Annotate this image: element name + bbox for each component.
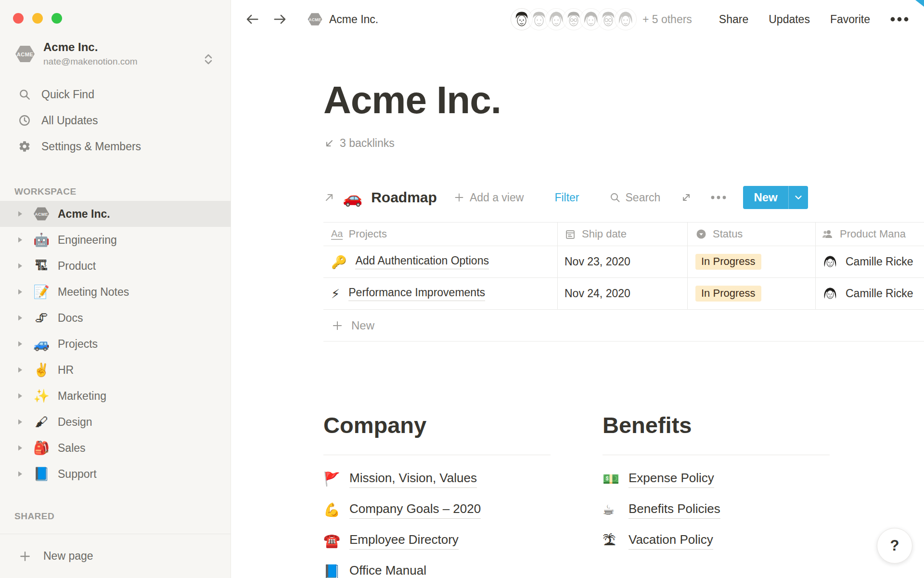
page-link-employee-directory[interactable]: ☎️ Employee Directory [323,525,459,556]
sidebar-page-sales[interactable]: 🎒 Sales [0,435,231,461]
page-link-label: Product [58,260,96,273]
open-as-page-icon[interactable] [323,192,335,203]
collaborator-avatar[interactable] [615,8,637,30]
add-view-button[interactable]: Add a view [453,191,524,204]
column-header-ship-date[interactable]: Ship date [558,223,688,246]
sidebar-menu: Quick Find All Updates Settings & Member… [0,81,231,159]
updates-button[interactable]: Updates [769,13,810,26]
backlinks-button[interactable]: 3 backlinks [323,137,395,150]
collaborator-cursor-flag [911,0,924,8]
shared-section-header[interactable]: SHARED [14,511,231,522]
sidebar-page-marketing[interactable]: ✨ Marketing [0,383,231,409]
sidebar-page-product[interactable]: 🏗 Product [0,253,231,279]
arrow-down-left-icon [323,138,335,149]
table-new-row-button[interactable]: New [323,310,924,342]
workspace-switcher[interactable]: ACME Acme Inc. nate@makenotion.com [0,37,231,71]
sidebar-page-acme-inc[interactable]: ACME Acme Inc. [0,201,231,227]
page-emoji: 📘 [323,565,345,578]
others-count-label[interactable]: + 5 others [642,13,692,26]
sidebar-page-meeting-notes[interactable]: 📝 Meeting Notes [0,279,231,305]
ship-date-cell[interactable]: Nov 24, 2020 [558,278,688,309]
page-emoji: ⚡ [331,288,340,300]
new-record-split-button[interactable]: New [743,186,808,209]
main-area: ACME Acme Inc. [231,0,924,578]
page-emoji: 🎒 [32,442,51,455]
disclosure-triangle-icon[interactable] [16,392,24,400]
page-link-company-goals[interactable]: 💪 Company Goals – 2020 [323,495,481,525]
disclosure-triangle-icon[interactable] [16,418,24,426]
sidebar-item-label: Settings & Members [41,140,141,153]
page-link-label: Docs [58,312,83,325]
sidebar-page-engineering[interactable]: 🤖 Engineering [0,227,231,253]
disclosure-triangle-icon[interactable] [16,366,24,374]
plus-icon [331,319,344,332]
column-header-status[interactable]: Status [688,223,816,246]
disclosure-triangle-icon[interactable] [16,210,24,218]
select-icon [695,228,707,240]
benefits-section: Benefits 💵 Expense Policy ☕ Benefits Pol… [603,412,830,578]
page-link-benefits-policies[interactable]: ☕ Benefits Policies [603,495,720,525]
more-options-button[interactable] [889,12,910,26]
search-button[interactable]: Search [609,191,661,204]
status-cell[interactable]: In Progress [688,278,816,309]
owner-cell[interactable]: Camille Ricke [816,278,924,309]
new-page-label: New page [43,550,93,563]
forward-button[interactable] [272,12,288,26]
page-emoji: 🚩 [323,473,345,486]
ship-date-cell[interactable]: Nov 23, 2020 [558,246,688,277]
page-link-expense-policy[interactable]: 💵 Expense Policy [603,464,714,495]
project-cell[interactable]: 🔑 Add Authentication Options [323,246,558,277]
close-window-button[interactable] [13,13,24,24]
favorite-button[interactable]: Favorite [830,13,870,26]
status-badge[interactable]: In Progress [695,254,761,270]
collection-more-button[interactable] [710,192,727,203]
disclosure-triangle-icon[interactable] [16,262,24,270]
disclosure-triangle-icon[interactable] [16,340,24,348]
filter-button[interactable]: Filter [554,191,579,204]
column-header-projects[interactable]: Aa Projects [323,223,558,246]
collection-title[interactable]: Roadmap [371,189,437,206]
sidebar: ACME Acme Inc. nate@makenotion.com Quick… [0,0,231,578]
page-link-vacation-policy[interactable]: 🏝 Vacation Policy [603,525,713,556]
project-cell[interactable]: ⚡ Performance Improvements [323,278,558,309]
sidebar-page-docs[interactable]: 🖇 Docs [0,305,231,331]
minimize-window-button[interactable] [32,13,43,24]
sidebar-item-quick-find[interactable]: Quick Find [0,81,231,107]
column-header-product-manager[interactable]: Product Mana [816,223,924,246]
new-record-dropdown-button[interactable] [789,192,808,203]
table-row: 🔑 Add Authentication Options Nov 23, 202… [323,246,924,278]
zoom-window-button[interactable] [51,13,62,24]
disclosure-triangle-icon[interactable] [16,236,24,244]
help-button[interactable]: ? [877,528,912,564]
page-link-mission-vision-values[interactable]: 🚩 Mission, Vision, Values [323,464,477,495]
sidebar-item-settings-members[interactable]: Settings & Members [0,133,231,159]
project-page-link[interactable]: Add Authentication Options [355,254,488,269]
page-title[interactable]: Acme Inc. [323,78,924,122]
breadcrumb[interactable]: ACME Acme Inc. [307,12,378,26]
status-cell[interactable]: In Progress [688,246,816,277]
status-badge[interactable]: In Progress [695,286,761,302]
expand-icon[interactable] [680,192,692,203]
workspace-section-header[interactable]: WORKSPACE [14,186,231,197]
gear-icon [17,140,32,153]
disclosure-triangle-icon[interactable] [16,288,24,296]
calendar-icon [565,228,576,240]
owner-cell[interactable]: Camille Ricke [816,246,924,277]
page-link-office-manual[interactable]: 📘 Office Manual [323,556,426,578]
disclosure-triangle-icon[interactable] [16,444,24,452]
back-button[interactable] [244,12,260,26]
sidebar-page-hr[interactable]: ✌️ HR [0,357,231,383]
disclosure-triangle-icon[interactable] [16,470,24,478]
sidebar-page-design[interactable]: 🖌 Design [0,409,231,435]
section-heading[interactable]: Company [323,412,551,438]
disclosure-triangle-icon[interactable] [16,314,24,322]
sidebar-item-all-updates[interactable]: All Updates [0,107,231,133]
sidebar-page-support[interactable]: 📘 Support [0,461,231,487]
section-heading[interactable]: Benefits [603,412,830,438]
project-page-link[interactable]: Performance Improvements [348,286,485,301]
sidebar-page-projects[interactable]: 🚙 Projects [0,331,231,357]
search-icon [17,88,32,101]
share-button[interactable]: Share [719,13,748,26]
new-record-button[interactable]: New [743,191,788,204]
new-page-button[interactable]: New page [0,534,231,578]
